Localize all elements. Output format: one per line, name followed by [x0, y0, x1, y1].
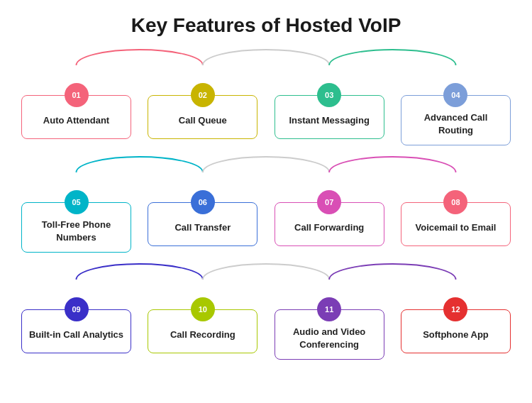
feature-item-12: 12Softphone App: [401, 297, 511, 353]
feature-item-11: 11Audio and Video Conferencing: [275, 297, 384, 360]
feature-item-09: 09Built-in Call Analytics: [21, 297, 131, 353]
badge-07: 07: [317, 190, 341, 214]
badge-01: 01: [65, 83, 89, 107]
badge-02: 02: [191, 83, 215, 107]
feature-item-07: 07Call Forwarding: [275, 190, 384, 246]
feature-item-02: 02Call Queue: [148, 83, 257, 139]
badge-03: 03: [317, 83, 341, 107]
badge-06: 06: [191, 190, 215, 214]
feature-item-01: 01Auto Attendant: [21, 83, 131, 139]
page: Key Features of Hosted VoIP 01Auto Atten…: [0, 0, 532, 403]
badge-05: 05: [65, 190, 89, 214]
badge-10: 10: [191, 297, 215, 321]
row-2: 05Toll-Free Phone Numbers06Call Transfer…: [21, 151, 511, 253]
feature-item-04: 04Advanced Call Routing: [401, 83, 511, 145]
badge-09: 09: [65, 297, 89, 321]
feature-item-10: 10Call Recording: [148, 297, 257, 353]
row-3: 09Built-in Call Analytics10Call Recordin…: [21, 258, 511, 360]
feature-item-03: 03Instant Messaging: [275, 83, 384, 139]
page-title: Key Features of Hosted VoIP: [131, 14, 401, 37]
feature-item-05: 05Toll-Free Phone Numbers: [21, 190, 131, 253]
feature-item-08: 08Voicemail to Email: [401, 190, 511, 246]
feature-item-06: 06Call Transfer: [148, 190, 257, 246]
row-1: 01Auto Attendant02Call Queue03Instant Me…: [21, 44, 511, 145]
